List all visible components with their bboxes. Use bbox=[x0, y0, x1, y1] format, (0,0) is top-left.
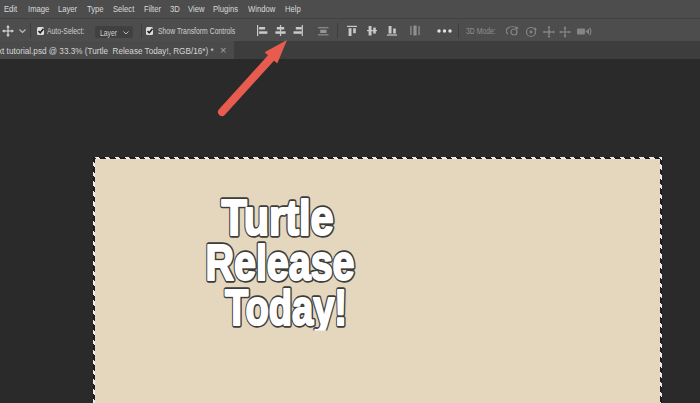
svg-text:Today!: Today! bbox=[225, 280, 347, 336]
